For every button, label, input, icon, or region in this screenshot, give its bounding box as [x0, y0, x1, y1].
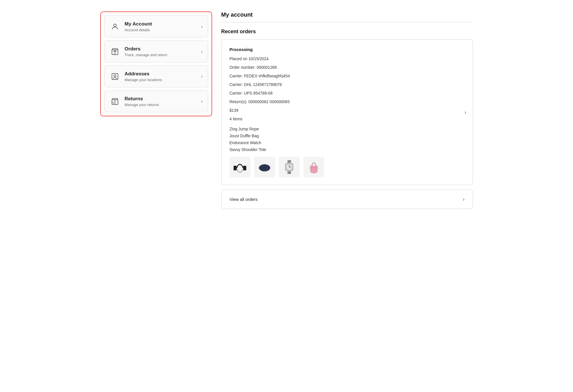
- order-items-list: Zing Jump Rope Joust Duffle Bag Enduranc…: [230, 126, 465, 153]
- order-carrier-ups: Carrier: UPS 854789-08: [230, 90, 465, 96]
- order-item-1: Zing Jump Rope: [230, 126, 465, 132]
- sidebar-item-subtitle: Manage your locations: [125, 78, 162, 82]
- sidebar-item-returns[interactable]: Returns Manage your returns ›: [104, 90, 208, 112]
- sidebar-item-title: Orders: [125, 46, 167, 52]
- sidebar-item-title: My Account: [125, 21, 152, 27]
- order-item-4: Savvy Shoulder Tote: [230, 147, 465, 153]
- product-images: [230, 157, 465, 177]
- chevron-right-icon: ›: [201, 74, 202, 79]
- view-all-orders-label: View all orders: [230, 197, 258, 202]
- sidebar-text-group: Orders Track, manage and return: [125, 46, 167, 57]
- order-total: $139: [230, 107, 465, 113]
- user-icon: [110, 21, 120, 32]
- order-card[interactable]: › Processing Placed on 10/15/2024 Order …: [221, 39, 473, 185]
- view-all-orders-card[interactable]: View all orders ›: [221, 190, 473, 209]
- chevron-right-icon: ›: [201, 24, 202, 29]
- page-title: My account: [221, 11, 473, 18]
- order-item-2: Joust Duffle Bag: [230, 133, 465, 139]
- svg-rect-13: [287, 160, 291, 163]
- svg-point-0: [114, 24, 116, 26]
- address-icon: [110, 71, 120, 82]
- product-image-shoulder-tote: [304, 157, 324, 177]
- sidebar-text-group: Returns Manage your returns: [125, 96, 159, 107]
- sidebar-item-left: Returns Manage your returns: [110, 96, 159, 107]
- svg-point-5: [114, 75, 116, 77]
- product-image-watch: [279, 157, 300, 177]
- sidebar-text-group: My Account Account details: [125, 21, 152, 32]
- product-image-duffle-bag: [254, 157, 275, 177]
- svg-rect-14: [287, 171, 291, 174]
- sidebar-item-my-account[interactable]: My Account Account details ›: [104, 15, 208, 38]
- sidebar-item-addresses[interactable]: Addresses Manage your locations ›: [104, 65, 208, 87]
- sidebar-item-title: Returns: [125, 96, 159, 102]
- page-wrapper: My Account Account details › Order: [100, 11, 473, 209]
- box-icon: [110, 46, 120, 57]
- main-divider: [221, 22, 473, 22]
- product-image-jump-rope: [230, 157, 250, 177]
- sidebar: My Account Account details › Order: [100, 11, 212, 116]
- section-title-recent-orders: Recent orders: [221, 29, 473, 35]
- sidebar-item-title: Addresses: [125, 71, 162, 77]
- order-status: Processing: [230, 47, 465, 52]
- main-content: My account Recent orders › Processing Pl…: [221, 11, 473, 209]
- svg-rect-8: [233, 166, 236, 170]
- order-card-chevron-icon: ›: [465, 109, 466, 115]
- chevron-right-icon: ›: [201, 49, 202, 54]
- sidebar-text-group: Addresses Manage your locations: [125, 71, 162, 82]
- sidebar-item-orders[interactable]: Orders Track, manage and return ›: [104, 40, 208, 62]
- order-carrier-fedex: Carrier: FEDEX vhfkdfseaghhj454: [230, 73, 465, 79]
- view-all-chevron-icon: ›: [463, 196, 465, 202]
- svg-rect-4: [112, 73, 118, 79]
- order-item-3: Endurance Watch: [230, 140, 465, 146]
- sidebar-item-subtitle: Manage your returns: [125, 103, 159, 107]
- order-placed-on: Placed on 10/15/2024: [230, 56, 465, 62]
- order-number: Order number: 000001268: [230, 64, 465, 70]
- order-returns: Return(s): 000000062 000000065: [230, 99, 465, 105]
- order-items-count: 4 items: [230, 116, 465, 122]
- chevron-right-icon: ›: [201, 99, 202, 104]
- sidebar-item-subtitle: Account details: [125, 28, 152, 32]
- sidebar-item-subtitle: Track, manage and return: [125, 53, 167, 57]
- sidebar-item-left: Orders Track, manage and return: [110, 46, 167, 57]
- sidebar-item-left: My Account Account details: [110, 21, 152, 32]
- return-icon: [110, 96, 120, 107]
- sidebar-item-left: Addresses Manage your locations: [110, 71, 162, 82]
- svg-rect-9: [243, 166, 246, 170]
- order-carrier-dhl: Carrier: DHL 1245672789076: [230, 82, 465, 88]
